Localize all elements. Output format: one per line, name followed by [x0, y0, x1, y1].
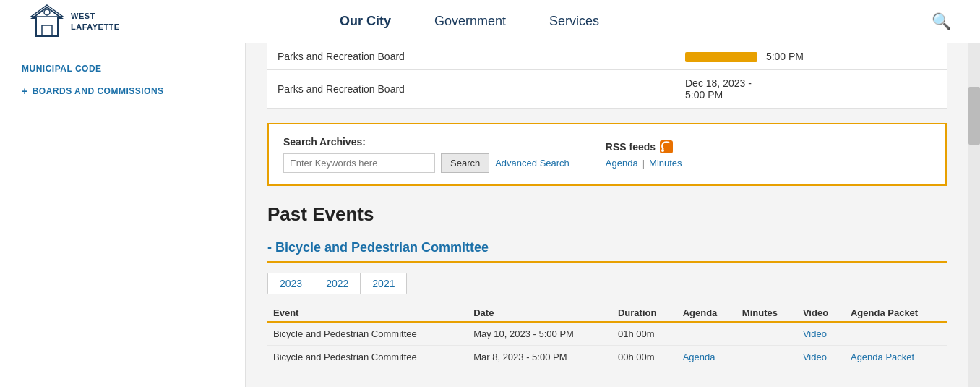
committee-section: - Bicycle and Pedestrian Committee 2023 …: [267, 240, 947, 368]
scrollbar[interactable]: [968, 43, 980, 387]
event-cell: Bicycle and Pedestrian Committee: [267, 346, 468, 369]
rss-links: Agenda | Minutes: [606, 158, 682, 169]
past-events-section: Past Events - Bicycle and Pedestrian Com…: [267, 203, 947, 368]
committee-link[interactable]: - Bicycle and Pedestrian Committee: [267, 240, 489, 255]
rss-minutes-link[interactable]: Minutes: [649, 158, 682, 169]
sidebar-item-label: MUNICIPAL CODE: [22, 64, 102, 74]
table-row: Parks and Recreation Board Dec 18, 2023 …: [267, 70, 947, 109]
search-archives-label: Search Archives:: [283, 136, 569, 148]
video-cell[interactable]: Video: [797, 346, 845, 369]
search-button[interactable]: Search: [441, 153, 489, 173]
logo-area[interactable]: WEST LAFAYETTE: [29, 4, 173, 40]
agenda-cell[interactable]: Agenda: [677, 346, 736, 369]
date-cell: May 10, 2023 - 5:00 PM: [468, 322, 612, 346]
col-date: Date: [468, 305, 612, 322]
search-input[interactable]: [283, 153, 435, 173]
past-events-title: Past Events: [267, 203, 947, 226]
table-row: Bicycle and Pedestrian Committee Mar 8, …: [267, 346, 947, 369]
highlight-bar: [685, 52, 757, 62]
rss-title: RSS feeds: [606, 140, 682, 153]
event-cell: Bicycle and Pedestrian Committee: [267, 322, 468, 346]
agenda-packet-cell[interactable]: Agenda Packet: [845, 346, 947, 369]
col-agenda-packet: Agenda Packet: [845, 305, 947, 322]
nav-links: Our City Government Services: [340, 14, 599, 29]
scrollbar-thumb[interactable]: [968, 87, 980, 145]
year-tab-2022[interactable]: 2022: [314, 273, 361, 294]
event-name: Parks and Recreation Board: [267, 70, 675, 109]
rss-icon: [660, 140, 673, 153]
minutes-cell: [736, 322, 797, 346]
search-icon[interactable]: 🔍: [932, 12, 951, 31]
advanced-search-link[interactable]: Advanced Search: [495, 158, 569, 169]
rss-section: RSS feeds Agenda | Minutes: [606, 140, 682, 169]
col-minutes: Minutes: [736, 305, 797, 322]
top-navigation: WEST LAFAYETTE Our City Government Servi…: [0, 0, 980, 43]
svg-rect-2: [42, 25, 52, 36]
year-tabs: 2023 2022 2021: [267, 273, 407, 294]
video-link[interactable]: Video: [803, 328, 827, 339]
sidebar: MUNICIPAL CODE + BOARDS AND COMMISSIONS: [0, 43, 246, 387]
committee-title: - Bicycle and Pedestrian Committee: [267, 240, 947, 263]
col-duration: Duration: [612, 305, 677, 322]
agenda-packet-link[interactable]: Agenda Packet: [851, 352, 914, 362]
plus-icon: +: [22, 85, 28, 97]
video-link[interactable]: Video: [803, 352, 827, 362]
logo-icon: [29, 4, 65, 40]
duration-cell: 01h 00m: [612, 322, 677, 346]
event-date: 5:00 PM: [675, 43, 947, 70]
rss-separator: |: [642, 158, 645, 169]
date-cell: Mar 8, 2023 - 5:00 PM: [468, 346, 612, 369]
svg-point-4: [44, 9, 50, 15]
duration-cell: 00h 00m: [612, 346, 677, 369]
col-event: Event: [267, 305, 468, 322]
nav-link-government[interactable]: Government: [434, 14, 506, 29]
search-archives-box: Search Archives: Search Advanced Search …: [267, 123, 947, 186]
table-row: Parks and Recreation Board 5:00 PM: [267, 43, 947, 70]
events-data-table: Event Date Duration Agenda Minutes Video…: [267, 305, 947, 368]
page-layout: MUNICIPAL CODE + BOARDS AND COMMISSIONS …: [0, 43, 980, 387]
search-row: Search Advanced Search: [283, 153, 569, 173]
col-video: Video: [797, 305, 845, 322]
table-row: Bicycle and Pedestrian Committee May 10,…: [267, 322, 947, 346]
agenda-packet-cell: [845, 322, 947, 346]
main-content: Parks and Recreation Board 5:00 PM Parks…: [246, 43, 968, 387]
year-tab-2023[interactable]: 2023: [268, 273, 314, 294]
upcoming-events-table: Parks and Recreation Board 5:00 PM Parks…: [267, 43, 947, 109]
nav-link-our-city[interactable]: Our City: [340, 14, 391, 29]
rss-agenda-link[interactable]: Agenda: [606, 158, 638, 169]
year-tab-2021[interactable]: 2021: [361, 273, 406, 294]
search-archives-left: Search Archives: Search Advanced Search: [283, 136, 569, 173]
agenda-link[interactable]: Agenda: [683, 352, 715, 362]
event-date: Dec 18, 2023 -5:00 PM: [675, 70, 947, 109]
col-agenda: Agenda: [677, 305, 736, 322]
video-cell[interactable]: Video: [797, 322, 845, 346]
event-name: Parks and Recreation Board: [267, 43, 675, 70]
sidebar-item-boards-commissions[interactable]: + BOARDS AND COMMISSIONS: [0, 80, 245, 103]
sidebar-item-label: BOARDS AND COMMISSIONS: [33, 86, 164, 96]
table-header-row: Event Date Duration Agenda Minutes Video…: [267, 305, 947, 322]
sidebar-item-municipal-code[interactable]: MUNICIPAL CODE: [0, 58, 245, 80]
logo-text: WEST LAFAYETTE: [71, 11, 120, 32]
svg-marker-1: [33, 7, 61, 36]
agenda-cell: [677, 322, 736, 346]
minutes-cell: [736, 346, 797, 369]
nav-link-services[interactable]: Services: [549, 14, 599, 29]
